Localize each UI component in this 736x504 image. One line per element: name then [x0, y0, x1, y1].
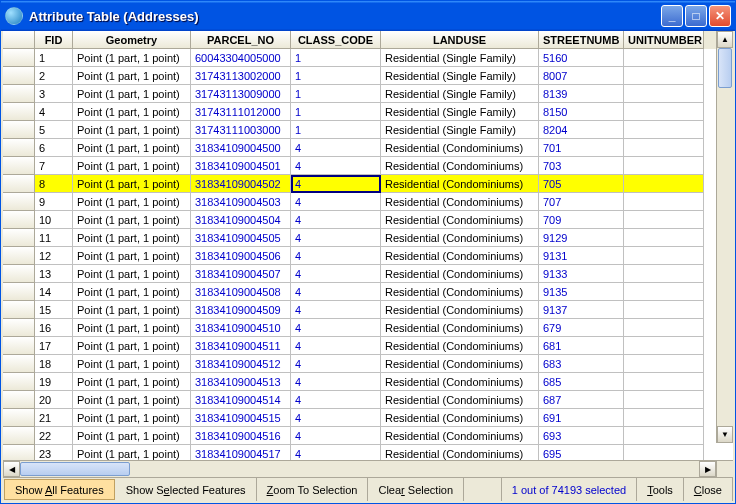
cell-unitnumber[interactable] [624, 103, 704, 121]
show-selected-features-button[interactable]: Show Selected Features [116, 478, 257, 501]
cell-streetnumb[interactable]: 705 [539, 175, 624, 193]
cell-streetnumb[interactable]: 691 [539, 409, 624, 427]
cell-classcode[interactable]: 4 [291, 427, 381, 445]
cell-fid[interactable]: 12 [35, 247, 73, 265]
cell-classcode[interactable]: 4 [291, 409, 381, 427]
scroll-up-arrow-icon[interactable]: ▲ [717, 31, 733, 48]
cell-parcelno[interactable]: 31834109004508 [191, 283, 291, 301]
cell-parcelno[interactable]: 31743113009000 [191, 85, 291, 103]
table-row[interactable]: 14Point (1 part, 1 point)318341090045084… [3, 283, 733, 301]
cell-unitnumber[interactable] [624, 229, 704, 247]
cell-streetnumb[interactable]: 679 [539, 319, 624, 337]
cell-unitnumber[interactable] [624, 445, 704, 460]
cell-parcelno[interactable]: 31743113002000 [191, 67, 291, 85]
row-header[interactable] [3, 229, 35, 247]
cell-parcelno[interactable]: 31834109004503 [191, 193, 291, 211]
cell-unitnumber[interactable] [624, 139, 704, 157]
scroll-down-arrow-icon[interactable]: ▼ [717, 426, 733, 443]
row-header[interactable] [3, 175, 35, 193]
cell-geometry[interactable]: Point (1 part, 1 point) [73, 337, 191, 355]
cell-landuse[interactable]: Residential (Condominiums) [381, 139, 539, 157]
cell-geometry[interactable]: Point (1 part, 1 point) [73, 193, 191, 211]
col-header-fid[interactable]: FID [35, 31, 73, 49]
table-row[interactable]: 7Point (1 part, 1 point)318341090045014R… [3, 157, 733, 175]
cell-geometry[interactable]: Point (1 part, 1 point) [73, 409, 191, 427]
cell-geometry[interactable]: Point (1 part, 1 point) [73, 229, 191, 247]
titlebar[interactable]: Attribute Table (Addresses) _ □ ✕ [1, 1, 735, 31]
cell-unitnumber[interactable] [624, 157, 704, 175]
cell-geometry[interactable]: Point (1 part, 1 point) [73, 211, 191, 229]
row-header[interactable] [3, 301, 35, 319]
cell-parcelno[interactable]: 31834109004506 [191, 247, 291, 265]
table-row[interactable]: 9Point (1 part, 1 point)318341090045034R… [3, 193, 733, 211]
cell-unitnumber[interactable] [624, 301, 704, 319]
data-grid[interactable]: FID Geometry PARCEL_NO CLASS_CODE LANDUS… [3, 31, 733, 460]
cell-landuse[interactable]: Residential (Condominiums) [381, 283, 539, 301]
cell-landuse[interactable]: Residential (Single Family) [381, 121, 539, 139]
row-header[interactable] [3, 427, 35, 445]
cell-geometry[interactable]: Point (1 part, 1 point) [73, 445, 191, 460]
row-header[interactable] [3, 121, 35, 139]
cell-fid[interactable]: 1 [35, 49, 73, 67]
table-row[interactable]: 20Point (1 part, 1 point)318341090045144… [3, 391, 733, 409]
cell-fid[interactable]: 3 [35, 85, 73, 103]
table-row[interactable]: 3Point (1 part, 1 point)317431130090001R… [3, 85, 733, 103]
cell-geometry[interactable]: Point (1 part, 1 point) [73, 157, 191, 175]
table-row[interactable]: 10Point (1 part, 1 point)318341090045044… [3, 211, 733, 229]
clear-selection-button[interactable]: Clear Selection [368, 478, 464, 501]
cell-streetnumb[interactable]: 701 [539, 139, 624, 157]
cell-fid[interactable]: 5 [35, 121, 73, 139]
cell-parcelno[interactable]: 31834109004501 [191, 157, 291, 175]
cell-parcelno[interactable]: 31834109004516 [191, 427, 291, 445]
row-header[interactable] [3, 103, 35, 121]
cell-landuse[interactable]: Residential (Condominiums) [381, 319, 539, 337]
row-header[interactable] [3, 157, 35, 175]
row-header[interactable] [3, 49, 35, 67]
cell-parcelno[interactable]: 31834109004515 [191, 409, 291, 427]
cell-unitnumber[interactable] [624, 265, 704, 283]
table-row[interactable]: 23Point (1 part, 1 point)318341090045174… [3, 445, 733, 460]
cell-classcode[interactable]: 1 [291, 67, 381, 85]
cell-geometry[interactable]: Point (1 part, 1 point) [73, 355, 191, 373]
row-header[interactable] [3, 139, 35, 157]
col-header-classcode[interactable]: CLASS_CODE [291, 31, 381, 49]
cell-geometry[interactable]: Point (1 part, 1 point) [73, 67, 191, 85]
cell-fid[interactable]: 14 [35, 283, 73, 301]
cell-fid[interactable]: 23 [35, 445, 73, 460]
cell-fid[interactable]: 2 [35, 67, 73, 85]
cell-landuse[interactable]: Residential (Condominiums) [381, 409, 539, 427]
cell-landuse[interactable]: Residential (Condominiums) [381, 211, 539, 229]
cell-classcode[interactable]: 1 [291, 121, 381, 139]
cell-landuse[interactable]: Residential (Condominiums) [381, 373, 539, 391]
cell-landuse[interactable]: Residential (Single Family) [381, 85, 539, 103]
cell-fid[interactable]: 11 [35, 229, 73, 247]
cell-geometry[interactable]: Point (1 part, 1 point) [73, 175, 191, 193]
cell-unitnumber[interactable] [624, 391, 704, 409]
cell-landuse[interactable]: Residential (Single Family) [381, 67, 539, 85]
show-all-features-button[interactable]: Show All Features [4, 479, 115, 500]
row-header[interactable] [3, 283, 35, 301]
cell-fid[interactable]: 13 [35, 265, 73, 283]
cell-unitnumber[interactable] [624, 49, 704, 67]
cell-classcode[interactable]: 4 [291, 283, 381, 301]
cell-streetnumb[interactable]: 683 [539, 355, 624, 373]
cell-landuse[interactable]: Residential (Condominiums) [381, 301, 539, 319]
table-row[interactable]: 5Point (1 part, 1 point)317431110030001R… [3, 121, 733, 139]
cell-fid[interactable]: 16 [35, 319, 73, 337]
cell-unitnumber[interactable] [624, 409, 704, 427]
cell-geometry[interactable]: Point (1 part, 1 point) [73, 319, 191, 337]
row-header[interactable] [3, 85, 35, 103]
cell-unitnumber[interactable] [624, 283, 704, 301]
table-row[interactable]: 22Point (1 part, 1 point)318341090045164… [3, 427, 733, 445]
cell-geometry[interactable]: Point (1 part, 1 point) [73, 121, 191, 139]
cell-landuse[interactable]: Residential (Condominiums) [381, 193, 539, 211]
row-header[interactable] [3, 409, 35, 427]
cell-classcode[interactable]: 4 [291, 157, 381, 175]
table-row[interactable]: 12Point (1 part, 1 point)318341090045064… [3, 247, 733, 265]
cell-fid[interactable]: 9 [35, 193, 73, 211]
cell-parcelno[interactable]: 31743111012000 [191, 103, 291, 121]
cell-classcode[interactable]: 4 [291, 175, 381, 193]
cell-landuse[interactable]: Residential (Condominiums) [381, 427, 539, 445]
table-row[interactable]: 1Point (1 part, 1 point)600433040050001R… [3, 49, 733, 67]
cell-classcode[interactable]: 4 [291, 337, 381, 355]
